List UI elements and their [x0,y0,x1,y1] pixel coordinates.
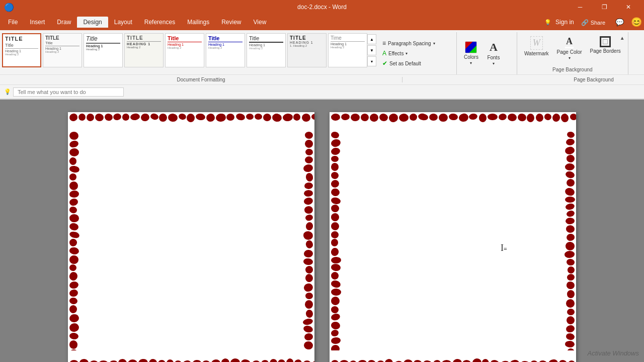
set-as-default-button[interactable]: ✔ Set as Default [380,59,423,68]
title-bar: 🔵 doc-2.docx - Word ─ ❐ ✕ [0,0,644,14]
window-title: doc-2.docx - Word [297,4,347,11]
tab-layout[interactable]: Layout [108,17,138,28]
border-right-1 [296,130,314,350]
restore-button[interactable]: ❐ [593,0,616,14]
gallery-nav: ▲ ▼ ▾ [367,34,376,66]
border-top-2 [330,112,576,130]
effects-button[interactable]: A Effects ▾ [380,49,410,58]
style-card-1[interactable]: TITLE Title Heading 1 Heading 2 [43,33,82,67]
fonts-button[interactable]: A Fonts ▾ [484,39,504,68]
style-gallery: TITLE Title Heading 1 Heading 2 TITLE Ti… [2,32,367,68]
activate-windows-watermark: Activate Windows [588,349,639,357]
style-card-4[interactable]: Title Heading 1 Heading 2 [165,33,204,67]
border-top-1 [68,112,314,130]
style-card-6[interactable]: Title Heading 1 Heading 2 [247,33,286,67]
document-page-2[interactable]: I≡ [330,112,576,362]
tab-view[interactable]: View [248,17,273,28]
paragraph-spacing-button[interactable]: ≡ Paragraph Spacing ▾ [380,39,437,48]
section-labels-row: Document Formatting Page Background [0,74,644,84]
ribbon: File Insert Draw Design Layout Reference… [0,14,644,100]
design-options-section: ≡ Paragraph Spacing ▾ A Effects ▾ ✔ Set … [376,32,457,74]
close-button[interactable]: ✕ [617,0,640,14]
tab-row: File Insert Draw Design Layout Reference… [0,14,644,30]
style-card-5[interactable]: Title Heading 1 Heading 2 [206,33,245,67]
style-card-8[interactable]: Time Heading 1 Heading 2 [328,33,367,67]
border-right-2 [558,130,576,350]
lightbulb-small-icon: 💡 [4,88,11,95]
tab-insert[interactable]: Insert [24,17,51,28]
page-color-button[interactable]: A Page Color ▾ [554,34,585,62]
gallery-more-button[interactable]: ▾ [367,56,376,66]
style-card-2[interactable]: Title Heading 1 Heading 2 [84,33,123,67]
border-bottom-1 [68,350,314,362]
page-background-section: W Watermark A Page Color ▾ Page Borders … [517,32,628,74]
lightbulb-icon: 💡 [544,19,551,26]
tell-me-input[interactable] [13,87,124,97]
main-content-area: I≡ [0,100,644,362]
watermark-button[interactable]: W Watermark [521,34,552,58]
page-bg-section-label: Page Background [543,77,644,82]
border-bottom-2 [330,350,576,362]
colors-button[interactable]: Colors ▾ [461,39,481,67]
collapse-ribbon-button[interactable]: ▲ [619,34,626,42]
tab-draw[interactable]: Draw [51,17,77,28]
tell-me-bar: 💡 [0,84,644,99]
border-left-1 [68,130,86,350]
document-page-1[interactable] [68,112,314,362]
share-button[interactable]: 🔗 Share [578,17,608,27]
gallery-down-button[interactable]: ▼ [367,45,376,55]
colors-swatch-icon [465,41,477,53]
tab-file[interactable]: File [2,17,24,28]
minimize-button[interactable]: ─ [569,0,592,14]
tab-design[interactable]: Design [77,17,108,28]
style-card-3[interactable]: TITLE HEADING 1 Heading 2 [124,33,164,67]
page-borders-button[interactable]: Page Borders [587,34,624,56]
command-row: TITLE Title Heading 1 Heading 2 TITLE Ti… [0,30,644,74]
border-left-2 [330,130,348,350]
style-card-0[interactable]: TITLE Title Heading 1 Heading 2 [2,33,41,67]
avatar-icon: 😊 [631,17,642,28]
doc-format-label: Document Formatting [0,77,403,82]
document-formatting-section: TITLE Title Heading 1 Heading 2 TITLE Ti… [2,32,376,74]
tab-references[interactable]: References [138,17,181,28]
style-card-7[interactable]: TITLE HEADING 1 1. Heading 2 [287,33,327,67]
sign-in-button[interactable]: Sign in [555,19,574,26]
gallery-up-button[interactable]: ▲ [367,34,376,44]
tab-review[interactable]: Review [215,17,247,28]
colors-fonts-section: Colors ▾ A Fonts ▾ [457,32,517,74]
tab-mailings[interactable]: Mailings [181,17,215,28]
page-background-label: Page Background [521,66,624,72]
text-cursor: I≡ [501,243,507,253]
comments-button[interactable]: 💬 [612,17,627,27]
